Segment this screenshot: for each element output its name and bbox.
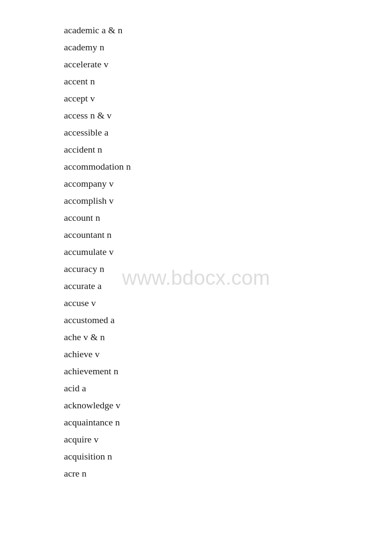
list-item: accessible a bbox=[64, 128, 392, 137]
list-item: acknowledge v bbox=[64, 401, 392, 410]
list-item: accumulate v bbox=[64, 247, 392, 257]
list-item: accuracy n bbox=[64, 264, 392, 274]
list-item: accelerate v bbox=[64, 60, 392, 69]
list-item: academy n bbox=[64, 43, 392, 52]
list-item: acquisition n bbox=[64, 452, 392, 461]
list-item: account n bbox=[64, 213, 392, 223]
list-item: accident n bbox=[64, 145, 392, 154]
list-item: acquaintance n bbox=[64, 418, 392, 427]
list-item: accommodation n bbox=[64, 162, 392, 171]
list-item: access n & v bbox=[64, 111, 392, 120]
list-item: ache v & n bbox=[64, 332, 392, 342]
list-item: achieve v bbox=[64, 350, 392, 359]
list-item: accomplish v bbox=[64, 196, 392, 205]
list-item: academic a & n bbox=[64, 26, 392, 35]
word-list: academic a & nacademy naccelerate vaccen… bbox=[64, 26, 392, 478]
page-content: academic a & nacademy naccelerate vaccen… bbox=[0, 0, 392, 512]
list-item: achievement n bbox=[64, 367, 392, 376]
list-item: accept v bbox=[64, 94, 392, 103]
list-item: accent n bbox=[64, 77, 392, 86]
list-item: acid a bbox=[64, 384, 392, 393]
list-item: accuse v bbox=[64, 298, 392, 308]
list-item: accurate a bbox=[64, 281, 392, 291]
list-item: accountant n bbox=[64, 230, 392, 240]
list-item: accompany v bbox=[64, 179, 392, 188]
list-item: accustomed a bbox=[64, 315, 392, 325]
list-item: acquire v bbox=[64, 435, 392, 444]
list-item: acre n bbox=[64, 469, 392, 478]
